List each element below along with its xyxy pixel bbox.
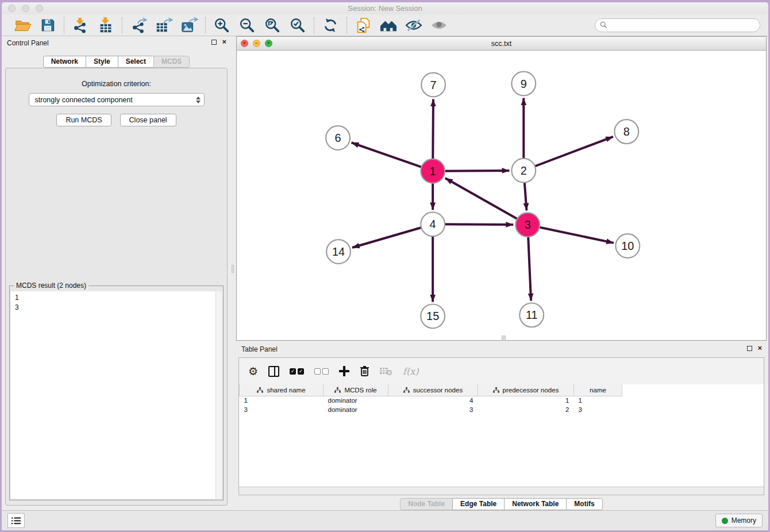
float-panel-icon[interactable] xyxy=(211,40,217,45)
select-all-icon[interactable]: ✓✓ xyxy=(290,363,304,380)
table-settings-icon[interactable]: ⚙ xyxy=(248,363,258,380)
maximize-window-icon[interactable] xyxy=(36,5,43,12)
column-header-successor-nodes[interactable]: successor nodes xyxy=(388,384,478,396)
app-titlebar: Session: New Session xyxy=(2,2,768,14)
node-3[interactable]: 3 xyxy=(515,213,540,237)
show-all-icon[interactable] xyxy=(429,16,449,34)
unselect-all-icon[interactable] xyxy=(314,363,329,380)
table-row[interactable]: 3 dominator 3 2 3 xyxy=(240,405,764,414)
close-network-icon[interactable]: × xyxy=(241,40,248,47)
cell-successor-nodes[interactable]: 4 xyxy=(388,396,478,405)
column-header-shared-name[interactable]: shared name xyxy=(240,384,324,396)
node-14[interactable]: 14 xyxy=(326,240,351,264)
edge-2-8[interactable] xyxy=(523,137,613,171)
save-session-icon[interactable] xyxy=(38,16,57,34)
criterion-value: strongly connected component xyxy=(35,96,196,104)
network-window-titlebar[interactable]: × − + scc.txt xyxy=(237,37,766,51)
tab-style[interactable]: Style xyxy=(86,56,118,68)
node-7[interactable]: 7 xyxy=(421,73,445,97)
column-header-mcds-role[interactable]: MCDS role xyxy=(324,384,388,396)
delete-column-icon[interactable] xyxy=(360,363,369,380)
tab-motifs[interactable]: Motifs xyxy=(566,498,602,510)
export-image-icon[interactable] xyxy=(179,16,199,34)
open-session-icon[interactable] xyxy=(13,16,32,34)
node-9[interactable]: 9 xyxy=(511,72,536,96)
import-network-icon[interactable] xyxy=(71,16,90,34)
close-window-icon[interactable] xyxy=(8,5,16,12)
column-header-predecessor-nodes[interactable]: predecessor nodes xyxy=(478,384,574,396)
search-input[interactable] xyxy=(610,21,755,29)
node-11[interactable]: 11 xyxy=(519,303,544,327)
list-icon xyxy=(11,517,21,525)
table-row[interactable]: 1 dominator 4 1 1 xyxy=(240,396,764,405)
svg-text:9: 9 xyxy=(521,78,527,90)
result-scrollbar[interactable] xyxy=(215,291,222,499)
refresh-icon[interactable] xyxy=(321,16,340,34)
cell-shared-name[interactable]: 3 xyxy=(240,405,324,414)
export-table-icon[interactable] xyxy=(154,16,174,34)
edge-3-1[interactable] xyxy=(445,178,528,225)
cell-predecessor-nodes[interactable]: 1 xyxy=(478,396,574,405)
network-graph[interactable]: 7968124314101511 xyxy=(237,51,766,340)
show-columns-icon[interactable] xyxy=(268,363,279,380)
tab-network[interactable]: Network xyxy=(43,56,86,68)
status-bar: Memory xyxy=(2,510,768,530)
zoom-selected-icon[interactable] xyxy=(288,16,307,34)
divider-grip[interactable] xyxy=(232,265,234,273)
hide-selected-icon[interactable] xyxy=(404,16,424,34)
close-table-panel-icon[interactable]: × xyxy=(757,345,762,352)
add-column-icon[interactable] xyxy=(339,363,349,380)
table-hscrollbar[interactable] xyxy=(239,487,764,495)
cell-predecessor-nodes[interactable]: 2 xyxy=(478,405,574,414)
control-panel-title: Control Panel xyxy=(7,39,49,47)
svg-text:11: 11 xyxy=(526,309,538,321)
network-canvas[interactable]: 7968124314101511 xyxy=(237,51,766,340)
cell-mcds-role[interactable]: dominator xyxy=(324,396,388,405)
cell-mcds-role[interactable]: dominator xyxy=(324,405,388,414)
run-mcds-button[interactable]: Run MCDS xyxy=(56,114,111,126)
node-1[interactable]: 1 xyxy=(421,159,445,183)
search-field[interactable] xyxy=(595,18,760,32)
node-8[interactable]: 8 xyxy=(614,119,638,144)
task-history-button[interactable] xyxy=(7,513,25,528)
column-header-name[interactable]: name xyxy=(574,384,622,396)
close-panel-icon[interactable]: × xyxy=(222,38,226,45)
zoom-out-icon[interactable] xyxy=(237,16,257,34)
svg-text:1: 1 xyxy=(430,165,436,178)
tab-edge-table[interactable]: Edge Table xyxy=(452,498,505,510)
first-neighbors-icon[interactable] xyxy=(379,16,398,34)
cell-name[interactable]: 3 xyxy=(574,405,622,414)
cell-name[interactable]: 1 xyxy=(574,396,622,405)
node-4[interactable]: 4 xyxy=(421,212,445,236)
tab-select[interactable]: Select xyxy=(118,56,154,68)
panel-divider[interactable] xyxy=(231,36,235,510)
clone-network-icon[interactable] xyxy=(353,16,373,34)
node-10[interactable]: 10 xyxy=(615,234,640,258)
minimize-window-icon[interactable] xyxy=(22,5,29,12)
minimize-network-icon[interactable]: − xyxy=(253,40,260,47)
node-2[interactable]: 2 xyxy=(511,159,536,183)
maximize-network-icon[interactable]: + xyxy=(265,40,272,47)
node-6[interactable]: 6 xyxy=(326,126,350,150)
network-resize-handle[interactable] xyxy=(502,336,506,340)
table-panel: Table Panel × ⚙ ✓✓ xyxy=(236,342,767,510)
tab-mcds[interactable]: MCDS xyxy=(153,56,190,68)
tab-network-table[interactable]: Network Table xyxy=(504,498,567,510)
memory-status-icon xyxy=(722,518,728,524)
criterion-select[interactable]: strongly connected component xyxy=(29,93,205,106)
zoom-fit-icon[interactable] xyxy=(263,16,282,34)
tab-node-table[interactable]: Node Table xyxy=(400,498,453,510)
node-15[interactable]: 15 xyxy=(421,304,445,328)
edge-1-6[interactable] xyxy=(352,142,433,171)
close-panel-button[interactable]: Close panel xyxy=(120,114,176,126)
float-table-panel-icon[interactable] xyxy=(747,346,752,351)
svg-text:8: 8 xyxy=(623,125,630,138)
edge-3-10[interactable] xyxy=(528,225,614,243)
cell-shared-name[interactable]: 1 xyxy=(240,396,324,405)
import-table-icon[interactable] xyxy=(96,16,116,34)
export-network-icon[interactable] xyxy=(129,16,148,34)
cell-successor-nodes[interactable]: 3 xyxy=(388,405,478,414)
zoom-in-icon[interactable] xyxy=(212,16,232,34)
memory-button[interactable]: Memory xyxy=(715,514,763,527)
mcds-result-textarea[interactable]: 1 3 xyxy=(11,291,222,499)
